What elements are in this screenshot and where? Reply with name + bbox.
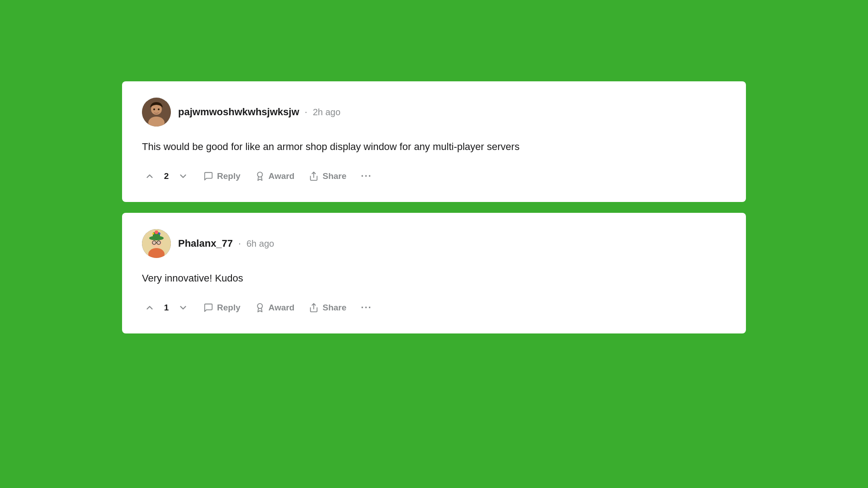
share-label-1: Share: [322, 171, 346, 181]
award-button-1[interactable]: Award: [250, 168, 300, 185]
downvote-button-1[interactable]: [175, 169, 191, 184]
award-label-2: Award: [269, 303, 295, 313]
reply-button-1[interactable]: Reply: [198, 168, 246, 185]
comment-card-1: pajwmwoshwkwhsjwksjw · 2h ago This would…: [122, 81, 746, 202]
svg-point-3: [153, 108, 155, 110]
comment-text-1: This would be good for like an armor sho…: [142, 139, 726, 154]
timestamp-1: 2h ago: [313, 107, 340, 117]
vote-count-2: 1: [162, 303, 171, 313]
svg-point-4: [158, 108, 160, 110]
timestamp-2: 6h ago: [246, 239, 274, 249]
reply-label-1: Reply: [217, 171, 241, 181]
comment-actions-1: 2 Reply Award: [142, 167, 726, 186]
share-label-2: Share: [322, 303, 346, 313]
svg-point-14: [159, 233, 160, 235]
comment-header-2: Phalanx_77 · 6h ago: [142, 229, 726, 258]
vote-section-1: 2: [142, 169, 191, 184]
reply-button-2[interactable]: Reply: [198, 299, 246, 316]
downvote-button-2[interactable]: [175, 300, 191, 315]
upvote-button-1[interactable]: [142, 169, 157, 184]
svg-point-18: [154, 242, 155, 244]
comment-meta-1: pajwmwoshwkwhsjwksjw · 2h ago: [178, 106, 340, 118]
avatar-2: [142, 229, 171, 258]
svg-point-19: [158, 242, 160, 244]
avatar-1: [142, 98, 171, 127]
comment-card-2: Phalanx_77 · 6h ago Very innovative! Kud…: [122, 213, 746, 333]
award-label-1: Award: [269, 171, 295, 181]
comment-actions-2: 1 Reply Award: [142, 298, 726, 317]
award-button-2[interactable]: Award: [250, 299, 300, 316]
svg-point-13: [152, 233, 154, 235]
more-button-2[interactable]: ···: [355, 298, 377, 317]
upvote-button-2[interactable]: [142, 300, 157, 315]
svg-point-12: [155, 230, 158, 234]
separator-1: ·: [305, 106, 307, 118]
vote-section-2: 1: [142, 300, 191, 315]
username-2[interactable]: Phalanx_77: [178, 238, 233, 249]
more-button-1[interactable]: ···: [355, 167, 377, 186]
reply-label-2: Reply: [217, 303, 241, 313]
comment-header-1: pajwmwoshwkwhsjwksjw · 2h ago: [142, 98, 726, 127]
vote-count-1: 2: [162, 171, 171, 181]
comment-meta-2: Phalanx_77 · 6h ago: [178, 238, 274, 249]
comment-text-2: Very innovative! Kudos: [142, 271, 726, 286]
username-1[interactable]: pajwmwoshwkwhsjwksjw: [178, 106, 299, 118]
share-button-2[interactable]: Share: [303, 299, 352, 316]
share-button-1[interactable]: Share: [303, 168, 352, 185]
separator-2: ·: [238, 238, 241, 249]
